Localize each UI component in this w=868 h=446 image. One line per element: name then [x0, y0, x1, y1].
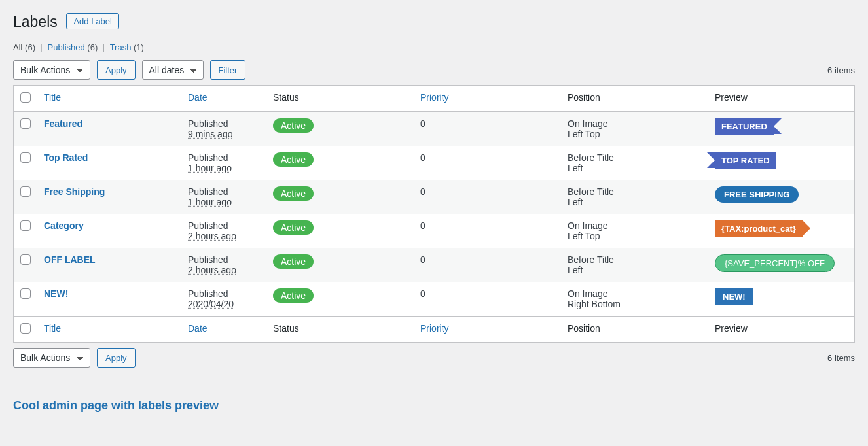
page-title: Labels	[13, 13, 58, 31]
row-position-line2: Left Top	[568, 231, 702, 241]
row-published-label: Published	[188, 288, 260, 299]
column-date-foot[interactable]: Date	[181, 316, 266, 342]
row-position-line1: On Image	[568, 118, 702, 129]
row-status-badge: Active	[273, 220, 314, 235]
column-position: Position	[561, 86, 708, 112]
items-count-bottom: 6 items	[827, 353, 855, 363]
row-status-badge: Active	[273, 152, 314, 167]
row-published-time: 2020/04/20	[188, 299, 260, 309]
row-position-line2: Left	[568, 163, 702, 173]
select-all-checkbox-bottom[interactable]	[20, 323, 31, 334]
status-filter-links: All (6) | Published (6) | Trash (1)	[13, 43, 855, 52]
filter-all-count: (6)	[25, 43, 35, 52]
column-title[interactable]: Title	[37, 86, 181, 112]
row-status-badge: Active	[273, 118, 314, 133]
row-priority: 0	[414, 112, 561, 146]
filter-published-label: Published	[48, 43, 85, 52]
row-position-line2: Left	[568, 265, 702, 275]
row-published-label: Published	[188, 152, 260, 163]
row-checkbox[interactable]	[20, 186, 31, 197]
table-row: Top Rated Published 1 hour ago Active 0 …	[14, 146, 854, 180]
row-published-time: 2 hours ago	[188, 231, 260, 241]
filter-all-label: All	[13, 43, 22, 52]
table-row: OFF LABEL Published 2 hours ago Active 0…	[14, 248, 854, 282]
bulk-apply-button-top[interactable]: Apply	[97, 60, 136, 80]
column-position-foot: Position	[561, 316, 708, 342]
row-published-label: Published	[188, 118, 260, 129]
row-preview-label: FEATURED	[715, 118, 774, 135]
filter-all[interactable]: All (6)	[13, 43, 38, 52]
row-title-link[interactable]: Featured	[44, 118, 82, 129]
date-filter-select[interactable]: All dates	[142, 60, 204, 80]
row-position-line1: Before Title	[568, 186, 702, 197]
row-checkbox[interactable]	[20, 220, 31, 231]
row-title-link[interactable]: NEW!	[44, 288, 68, 299]
bulk-actions-select-top[interactable]: Bulk Actions	[13, 60, 90, 80]
select-all-checkbox-top[interactable]	[20, 92, 31, 103]
row-position-line2: Right Bottom	[568, 299, 702, 309]
row-preview-label: {TAX:product_cat}	[715, 220, 803, 237]
row-checkbox[interactable]	[20, 152, 31, 163]
table-row: Category Published 2 hours ago Active 0 …	[14, 214, 854, 248]
row-status-badge: Active	[273, 254, 314, 269]
column-status: Status	[266, 86, 414, 112]
row-position-line1: On Image	[568, 220, 702, 231]
row-published-label: Published	[188, 220, 260, 231]
row-priority: 0	[414, 146, 561, 180]
row-position-line1: On Image	[568, 288, 702, 299]
row-title-link[interactable]: Category	[44, 220, 84, 231]
table-row: NEW! Published 2020/04/20 Active 0 On Im…	[14, 282, 854, 316]
row-status-badge: Active	[273, 288, 314, 303]
footer-promo-link[interactable]: Cool admin page with labels preview	[13, 399, 219, 413]
row-published-time: 1 hour ago	[188, 197, 260, 207]
filter-published-count: (6)	[87, 43, 98, 52]
row-published-time: 9 mins ago	[188, 129, 260, 139]
row-preview-label: FREE SHIPPING	[715, 186, 799, 203]
row-status-badge: Active	[273, 186, 314, 201]
items-count-top: 6 items	[827, 65, 855, 75]
row-priority: 0	[414, 180, 561, 214]
row-priority: 0	[414, 214, 561, 248]
row-published-label: Published	[188, 254, 260, 265]
column-preview: Preview	[708, 86, 854, 112]
column-priority-foot[interactable]: Priority	[414, 316, 561, 342]
table-row: Free Shipping Published 1 hour ago Activ…	[14, 180, 854, 214]
column-status-foot: Status	[266, 316, 414, 342]
labels-table: Title Date Status Priority Position Prev…	[13, 85, 855, 343]
filter-button[interactable]: Filter	[210, 60, 246, 80]
filter-published[interactable]: Published (6)	[48, 43, 100, 52]
row-checkbox[interactable]	[20, 118, 31, 129]
tablenav-bottom: Bulk Actions Apply 6 items	[13, 348, 855, 368]
row-priority: 0	[414, 248, 561, 282]
row-title-link[interactable]: Top Rated	[44, 152, 88, 163]
row-published-label: Published	[188, 186, 260, 197]
column-priority[interactable]: Priority	[414, 86, 561, 112]
filter-trash-label: Trash	[110, 43, 132, 52]
bulk-apply-button-bottom[interactable]: Apply	[97, 348, 136, 368]
tablenav-top: Bulk Actions Apply All dates Filter 6 it…	[13, 60, 855, 80]
column-date[interactable]: Date	[181, 86, 266, 112]
row-position-line2: Left	[568, 197, 702, 207]
row-position-line1: Before Title	[568, 254, 702, 265]
row-position-line2: Left Top	[568, 129, 702, 139]
row-preview-label: {SAVE_PERCENT}% OFF	[715, 254, 835, 272]
bulk-actions-select-bottom[interactable]: Bulk Actions	[13, 348, 90, 368]
row-published-time: 2 hours ago	[188, 265, 260, 275]
row-preview-label: NEW!	[715, 288, 753, 305]
filter-trash-count: (1)	[134, 43, 144, 52]
column-title-foot[interactable]: Title	[37, 316, 181, 342]
row-position-line1: Before Title	[568, 152, 702, 163]
add-label-button[interactable]: Add Label	[66, 13, 119, 29]
row-published-time: 1 hour ago	[188, 163, 260, 173]
row-title-link[interactable]: Free Shipping	[44, 186, 105, 197]
table-row: Featured Published 9 mins ago Active 0 O…	[14, 112, 854, 146]
row-priority: 0	[414, 282, 561, 316]
row-checkbox[interactable]	[20, 254, 31, 265]
row-checkbox[interactable]	[20, 288, 31, 299]
row-title-link[interactable]: OFF LABEL	[44, 254, 96, 265]
column-preview-foot: Preview	[708, 316, 854, 342]
row-preview-label: TOP RATED	[715, 152, 776, 169]
filter-trash[interactable]: Trash (1)	[110, 43, 144, 52]
